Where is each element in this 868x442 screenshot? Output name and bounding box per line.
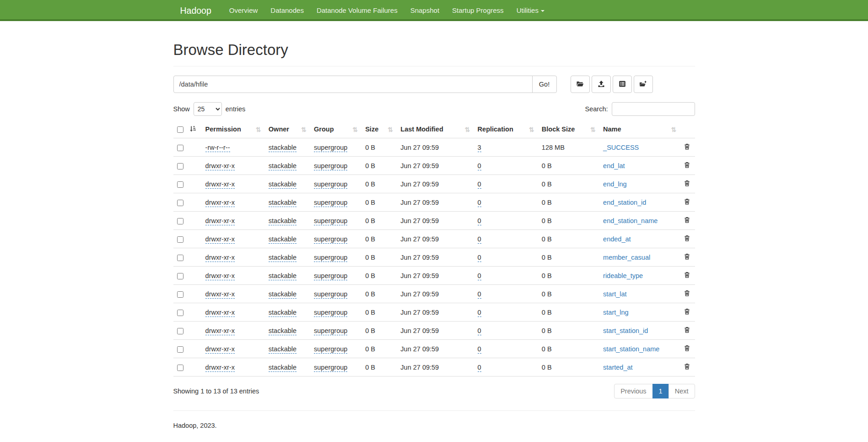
delete-button[interactable] [684,235,690,242]
nav-item-overview[interactable]: Overview [223,0,264,21]
pagination-previous[interactable]: Previous [614,384,652,398]
replication-editable-value[interactable]: 0 [478,254,481,262]
select-all-header[interactable] [173,121,202,138]
column-header-last-modified[interactable]: ⇅Last Modified [397,121,474,138]
owner-editable-value[interactable]: stackable [269,364,297,372]
group-editable-value[interactable]: supergroup [314,254,347,262]
delete-button[interactable] [684,161,690,169]
file-name-link[interactable]: start_station_id [603,327,648,334]
permission-editable-value[interactable]: drwxr-xr-x [205,364,235,372]
replication-editable-value[interactable]: 0 [478,272,481,280]
delete-button[interactable] [684,344,690,352]
group-editable-value[interactable]: supergroup [314,144,347,152]
permission-editable-value[interactable]: -rw-r--r-- [205,144,230,152]
owner-editable-value[interactable]: stackable [269,180,297,189]
column-header-block-size[interactable]: ⇅Block Size [538,121,599,138]
permission-editable-value[interactable]: drwxr-xr-x [205,327,235,335]
group-editable-value[interactable]: supergroup [314,327,347,335]
permission-editable-value[interactable]: drwxr-xr-x [205,162,235,170]
nav-item-datanodes[interactable]: Datanodes [264,0,310,21]
group-editable-value[interactable]: supergroup [314,290,347,299]
row-checkbox[interactable] [177,218,183,224]
owner-editable-value[interactable]: stackable [269,309,297,317]
summary-button[interactable] [613,76,632,93]
file-name-link[interactable]: end_lng [603,180,627,188]
column-header-size[interactable]: ⇅Size [361,121,397,138]
file-name-link[interactable]: _SUCCESS [603,144,639,151]
delete-button[interactable] [684,216,690,224]
file-name-link[interactable]: rideable_type [603,272,643,279]
permission-editable-value[interactable]: drwxr-xr-x [205,180,235,189]
group-editable-value[interactable]: supergroup [314,345,347,354]
group-editable-value[interactable]: supergroup [314,162,347,170]
group-editable-value[interactable]: supergroup [314,364,347,372]
row-checkbox[interactable] [177,273,183,279]
group-editable-value[interactable]: supergroup [314,180,347,189]
owner-editable-value[interactable]: stackable [269,254,297,262]
row-checkbox[interactable] [177,181,183,188]
delete-button[interactable] [684,308,690,315]
group-editable-value[interactable]: supergroup [314,272,347,280]
delete-button[interactable] [684,143,690,150]
nav-item-startup-progress[interactable]: Startup Progress [446,0,510,21]
permission-editable-value[interactable]: drwxr-xr-x [205,345,235,354]
permission-editable-value[interactable]: drwxr-xr-x [205,235,235,244]
delete-button[interactable] [684,180,690,187]
column-header-name[interactable]: ⇅Name [599,121,680,138]
row-checkbox[interactable] [177,236,183,243]
replication-editable-value[interactable]: 0 [478,327,481,335]
file-name-link[interactable]: end_station_name [603,217,658,224]
nav-item-utilities[interactable]: Utilities [510,0,551,21]
permission-editable-value[interactable]: drwxr-xr-x [205,254,235,262]
nav-item-snapshot[interactable]: Snapshot [404,0,446,21]
replication-editable-value[interactable]: 0 [478,364,481,372]
row-checkbox[interactable] [177,255,183,261]
file-name-link[interactable]: start_lng [603,309,629,316]
open-folder-button[interactable] [571,76,590,93]
permission-editable-value[interactable]: drwxr-xr-x [205,290,235,299]
navbar-brand[interactable]: Hadoop [173,0,218,21]
permission-editable-value[interactable]: drwxr-xr-x [205,217,235,225]
owner-editable-value[interactable]: stackable [269,290,297,299]
replication-editable-value[interactable]: 0 [478,345,481,354]
upload-button[interactable] [592,76,611,93]
sort-active-icon[interactable] [189,126,196,134]
delete-button[interactable] [684,253,690,260]
row-checkbox[interactable] [177,328,183,334]
delete-button[interactable] [684,363,690,370]
replication-editable-value[interactable]: 0 [478,217,481,225]
file-name-link[interactable]: started_at [603,364,633,371]
permission-editable-value[interactable]: drwxr-xr-x [205,272,235,280]
owner-editable-value[interactable]: stackable [269,345,297,354]
delete-button[interactable] [684,289,690,297]
delete-button[interactable] [684,326,690,333]
owner-editable-value[interactable]: stackable [269,199,297,207]
column-header-replication[interactable]: ⇅Replication [474,121,538,138]
group-editable-value[interactable]: supergroup [314,217,347,225]
nav-item-datanode-volume-failures[interactable]: Datanode Volume Failures [310,0,404,21]
select-all-checkbox[interactable] [177,126,183,133]
go-button[interactable]: Go! [532,76,557,93]
file-name-link[interactable]: ended_at [603,235,631,243]
permission-editable-value[interactable]: drwxr-xr-x [205,199,235,207]
row-checkbox[interactable] [177,163,183,169]
row-checkbox[interactable] [177,145,183,151]
row-checkbox[interactable] [177,310,183,316]
row-checkbox[interactable] [177,346,183,353]
replication-editable-value[interactable]: 0 [478,309,481,317]
column-header-owner[interactable]: ⇅Owner [265,121,310,138]
delete-button[interactable] [684,198,690,205]
replication-editable-value[interactable]: 0 [478,235,481,244]
group-editable-value[interactable]: supergroup [314,235,347,244]
permission-editable-value[interactable]: drwxr-xr-x [205,309,235,317]
replication-editable-value[interactable]: 0 [478,180,481,189]
owner-editable-value[interactable]: stackable [269,217,297,225]
owner-editable-value[interactable]: stackable [269,162,297,170]
pagination-page-1[interactable]: 1 [652,384,669,398]
replication-editable-value[interactable]: 0 [478,290,481,299]
group-editable-value[interactable]: supergroup [314,199,347,207]
owner-editable-value[interactable]: stackable [269,144,297,152]
owner-editable-value[interactable]: stackable [269,272,297,280]
file-name-link[interactable]: start_lat [603,290,627,298]
directory-path-input[interactable] [173,76,533,93]
